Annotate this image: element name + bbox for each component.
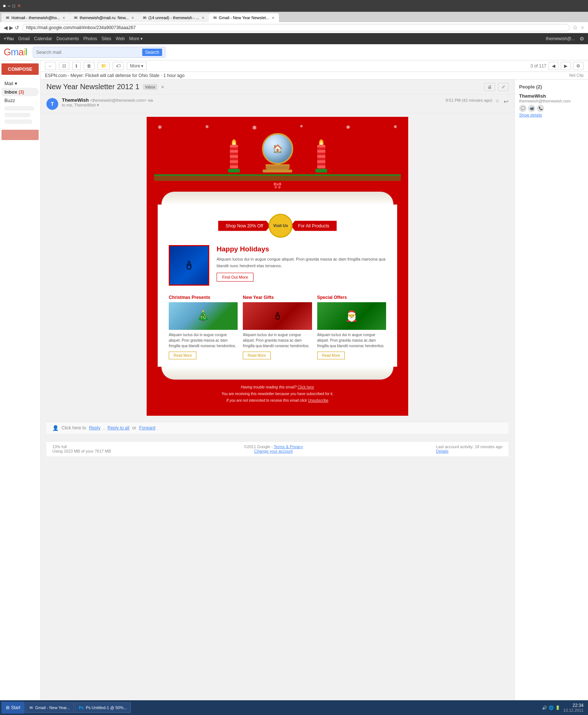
find-out-more-button[interactable]: Find Out More [217, 273, 253, 282]
phone-icon[interactable]: 📞 [537, 105, 544, 112]
address-input[interactable] [22, 24, 570, 31]
topbar-photos[interactable]: Photos [83, 36, 97, 41]
sidebar-item-more3 [4, 119, 32, 124]
delete-button[interactable]: 🗑 [84, 62, 95, 70]
next-email-button[interactable]: ▶ [561, 62, 571, 70]
ribbon-right-btn[interactable]: For All Products [291, 221, 337, 231]
change-account-link[interactable]: Change your account [254, 449, 293, 453]
newyear-title: New Year Gifts [243, 295, 312, 300]
chat-icon[interactable]: 💬 [519, 105, 526, 112]
to-line: to me, ThemeWish ▾ [62, 103, 508, 108]
via-label: via [148, 98, 153, 102]
search-button[interactable]: Search [142, 49, 162, 56]
sidebar-item-buzz[interactable]: Buzz [1, 96, 39, 105]
ribbon-left-btn[interactable]: Shop Now 20% Off [218, 221, 270, 231]
expand-button[interactable]: ⤢ [498, 83, 508, 91]
folder-button[interactable]: 📁 [98, 62, 110, 70]
email-close-tab[interactable]: × [161, 84, 164, 90]
newsletter-container: ❄ ❄ ❄ ❄ ❄ ❄ [147, 117, 408, 416]
topbar-calendar[interactable]: Calendar [34, 36, 52, 41]
search-box: Search [33, 47, 165, 58]
tab-gmail-newsletter[interactable]: ✉ Gmail - New Year Newslet... ✕ [209, 13, 279, 22]
archive-button[interactable]: ⊡ [59, 62, 69, 70]
start-button[interactable]: ⊞ Start [1, 702, 25, 714]
info-button[interactable]: ℹ [72, 62, 81, 70]
show-details-link[interactable]: Show details [519, 113, 542, 117]
details-link[interactable]: Details [436, 449, 449, 453]
forward-link[interactable]: Forward [139, 425, 155, 430]
scroll-body: Shop Now 20% Off Visit Us For All Produc… [158, 205, 397, 367]
tray-icon-3: 🔋 [555, 705, 560, 710]
topbar-more[interactable]: More ▾ [129, 36, 143, 41]
system-tray: 🔊 🌐 🔋 [542, 705, 560, 710]
holiday-title: Happy Holidays [217, 245, 386, 253]
special-text: Aliquam luctus dui in augue congue aliqu… [317, 332, 386, 349]
special-title: Special Offers [317, 295, 386, 300]
prev-email-button[interactable]: ◀ [549, 62, 559, 70]
topbar-web[interactable]: Web [116, 36, 125, 41]
email-body: ❄ ❄ ❄ ❄ ❄ ❄ [41, 113, 514, 464]
tab-close-mailru[interactable]: ✕ [131, 16, 134, 20]
reply-all-link[interactable]: Reply to all [108, 425, 129, 430]
nav-back[interactable]: ◀ [4, 25, 8, 31]
more-button[interactable]: More ▾ [127, 62, 147, 70]
christmas-image: 🎄 [169, 302, 238, 330]
taskbar-item-ps[interactable]: Ps Ps Untitled-1 @ 50%... [75, 702, 131, 713]
footer-unsubscribe[interactable]: Unsubscribe [308, 398, 329, 402]
terms-link[interactable]: Terms & Privacy [274, 444, 303, 449]
sidebar-item-mail[interactable]: Mail ▾ [1, 79, 39, 88]
nav-reload[interactable]: ↺ [15, 25, 19, 31]
print-button[interactable]: 🖨 [484, 83, 495, 91]
newyear-read-more-button[interactable]: Read More [243, 352, 270, 359]
label-button[interactable]: 🏷 [113, 62, 124, 70]
comma-separator: , [103, 425, 104, 430]
to-chevron[interactable]: ▾ [97, 103, 99, 107]
back-button[interactable]: ← [45, 62, 56, 70]
happy-holidays-section: 🕯 Happy Holidays Aliquam luctus dui in a… [169, 245, 386, 286]
scroll-bottom-curl [161, 367, 393, 380]
special-read-more-button[interactable]: Read More [317, 352, 345, 359]
email-star[interactable]: ☆ [495, 98, 500, 104]
clock: 22:34 13.12.2011 [563, 703, 584, 712]
topbar-user: themewish@... [546, 36, 575, 41]
topbar-plus[interactable]: +You [4, 36, 14, 41]
snowflake-1: ❄ [158, 124, 162, 131]
tab-close-gmail-newsletter[interactable]: ✕ [272, 16, 274, 20]
christmas-read-more-button[interactable]: Read More [169, 352, 196, 359]
taskbar-right: 🔊 🌐 🔋 22:34 13.12.2011 [542, 703, 587, 712]
email-inbox-badge: Inbox [143, 84, 157, 90]
sidebar-item-inbox[interactable]: Inbox (3) [1, 88, 39, 96]
visit-us-circle[interactable]: Visit Us [269, 214, 293, 238]
taskbar-item-gmail[interactable]: ✉ Gmail - New Year... [25, 702, 74, 713]
search-input[interactable] [36, 49, 140, 55]
topbar-gmail[interactable]: Gmail [18, 36, 29, 41]
person-icons-row: 💬 📹 📞 [519, 105, 584, 112]
video-icon[interactable]: 📹 [528, 105, 535, 112]
footer-link1[interactable]: Click here [298, 385, 314, 389]
compose-button[interactable]: COMPOSE [1, 63, 39, 75]
reply-link[interactable]: Reply [89, 425, 101, 430]
email-reply-icon[interactable]: ↩ [504, 98, 508, 105]
topbar-documents[interactable]: Documents [56, 36, 79, 41]
settings-button[interactable]: ⚙ [573, 62, 584, 70]
tray-icon-2: 🌐 [549, 705, 554, 710]
tab-close-hotmail[interactable]: ✕ [62, 16, 65, 20]
tab-gmail-inbox[interactable]: ✉ (14 unread) - themewish - ... ✕ [139, 13, 209, 22]
storage-percent: 13% full [52, 444, 67, 449]
holiday-text-block: Happy Holidays Aliquam luctus dui in aug… [217, 245, 386, 282]
reply-hint: 👤 Click here to Reply , Reply to all or … [52, 425, 503, 431]
right-candle [315, 139, 327, 172]
topbar-sites[interactable]: Sites [101, 36, 111, 41]
taskbar: ⊞ Start ✉ Gmail - New Year... Ps Ps Unti… [0, 700, 588, 715]
tab-hotmail[interactable]: ✉ Hotmail - themewish@ho... ✕ [1, 13, 70, 22]
footer-left: 13% full Using 1623 MB of your 7617 MB [52, 444, 111, 453]
sidebar-mail-label: Mail [4, 81, 13, 86]
gmail-main-layout: COMPOSE Mail ▾ Inbox (3) Buzz ← ⊡ ℹ 🗑 📁 … [0, 60, 588, 715]
sidebar-inbox-label: Inbox [4, 89, 17, 95]
clock-time: 22:34 [563, 703, 584, 708]
topbar-settings[interactable]: ⚙ [580, 36, 584, 42]
nav-forward[interactable]: ▶ [9, 25, 13, 31]
tab-close-gmail-inbox[interactable]: ✕ [202, 16, 204, 20]
tab-mailru[interactable]: ✉ themewish@mail.ru: New... ✕ [70, 13, 138, 22]
holiday-body-text: Aliquam luctus dui in augue congue aliqu… [217, 256, 386, 269]
